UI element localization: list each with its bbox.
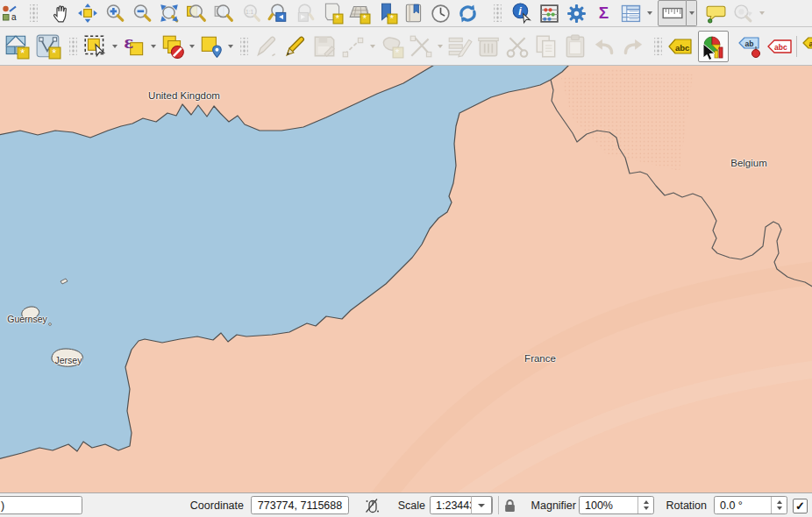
status-bar: ) Coordinate 773774, 7115688 Scale 1:234… (0, 492, 812, 517)
symbology-icon: a (2, 5, 18, 22)
map-canvas[interactable]: United Kingdom Belgium France Guernsey J… (0, 66, 812, 492)
new-map-view-button[interactable]: * (318, 1, 345, 25)
digitize-dropdown[interactable] (367, 35, 377, 58)
zoom-in-button[interactable] (101, 1, 128, 25)
new-spatial-bookmark-button[interactable]: * (373, 1, 400, 25)
cut-features-button[interactable] (502, 31, 531, 62)
svg-text:*: * (20, 46, 25, 59)
select-by-expression-button[interactable]: ε (119, 31, 148, 62)
map-tips-button[interactable] (702, 1, 730, 25)
rotation-spin-buttons[interactable] (771, 497, 787, 513)
highlight-pinned-labels-button[interactable]: abc (765, 31, 794, 62)
pan-hand-icon (50, 3, 71, 24)
select-expression-dropdown[interactable] (148, 35, 158, 58)
redo-icon (620, 33, 646, 60)
refresh-map-button[interactable] (454, 1, 481, 25)
save-edits-icon (311, 33, 338, 60)
paste-features-button[interactable] (560, 31, 589, 62)
map-render (0, 66, 812, 492)
measure-dropdown[interactable] (687, 0, 697, 26)
locator-search-input[interactable]: ) (0, 496, 82, 514)
magnifier-spinbox[interactable]: 100% (579, 496, 654, 514)
move-feature-button[interactable]: * (377, 31, 406, 62)
select-by-location-button[interactable] (196, 31, 225, 62)
lock-scale-button[interactable] (503, 493, 516, 517)
modify-attributes-button[interactable] (445, 31, 474, 62)
rotation-value: 0.0 ° (720, 499, 743, 512)
open-attribute-table-button[interactable] (617, 1, 645, 25)
magnifier-label: Magnifier (522, 493, 576, 517)
statistical-summary-button[interactable] (536, 1, 563, 25)
search-settings-dropdown[interactable] (757, 2, 766, 25)
search-gear-icon (732, 3, 754, 25)
coordinate-input[interactable]: 773774, 7115688 (251, 496, 349, 514)
map-label-united-kingdom: United Kingdom (148, 90, 220, 101)
current-edits-icon (253, 33, 280, 60)
scale-label: Scale (388, 493, 425, 517)
zoom-to-layer-button[interactable] (210, 1, 237, 25)
pin-labels-button[interactable]: ab (736, 31, 765, 62)
labeling-abc-icon: abc (667, 34, 694, 59)
deselect-features-button[interactable] (158, 31, 187, 62)
digitize-line-button[interactable] (338, 31, 367, 62)
vertex-tool-dropdown[interactable] (435, 35, 445, 58)
undo-icon (591, 33, 617, 60)
zoom-out-button[interactable] (128, 1, 155, 25)
new-mesh-layer-button[interactable]: * (2, 31, 31, 62)
toolbar-handle[interactable] (240, 38, 248, 55)
undo-button[interactable] (589, 31, 618, 62)
toggle-extents-button[interactable] (364, 493, 381, 517)
magnifier-spin-buttons[interactable] (637, 497, 653, 513)
redo-button[interactable] (618, 31, 647, 62)
sigma-icon: Σ (599, 4, 609, 23)
zoom-to-layer-icon (213, 3, 234, 24)
modify-attributes-icon (446, 33, 473, 60)
layer-labeling-options-button[interactable]: abc (666, 31, 694, 62)
toolbar-handle[interactable] (494, 4, 502, 22)
pan-to-selection-button[interactable] (74, 1, 101, 25)
processing-toolbox-button[interactable] (563, 1, 590, 25)
zoom-native-button[interactable]: 1:1 (237, 1, 264, 25)
deselect-dropdown[interactable] (187, 35, 196, 58)
zoom-to-selection-button[interactable] (182, 1, 210, 25)
svg-text:1:1: 1:1 (246, 9, 253, 15)
svg-text:ε: ε (124, 33, 133, 52)
toolbar-handle[interactable] (654, 38, 662, 55)
symbology-fragment-icon[interactable]: a (0, 1, 19, 25)
toggle-editing-pencil-icon (282, 33, 309, 60)
show-bookmarks-button[interactable] (400, 1, 427, 25)
attribute-table-dropdown[interactable] (645, 2, 654, 25)
mouse-position-icon (364, 498, 381, 514)
select-features-button[interactable] (81, 31, 110, 62)
delete-selected-button[interactable] (474, 31, 502, 62)
svg-text:a: a (11, 12, 17, 22)
select-location-dropdown[interactable] (225, 35, 235, 58)
save-edits-button[interactable] (310, 31, 338, 62)
vertex-tool-button[interactable] (406, 31, 435, 62)
select-features-dropdown[interactable] (110, 35, 119, 58)
zoom-full-button[interactable] (155, 1, 182, 25)
identify-features-button[interactable]: i (509, 1, 536, 25)
copy-features-button[interactable] (531, 31, 560, 62)
scale-dropdown[interactable] (471, 496, 492, 514)
move-label-button[interactable]: ab (800, 31, 812, 62)
mouse-cursor (702, 44, 717, 61)
toggle-editing-button[interactable] (281, 31, 310, 62)
new-3d-map-view-button[interactable]: * (345, 1, 373, 25)
zoom-last-button[interactable] (264, 1, 291, 25)
trash-icon (475, 33, 502, 60)
pan-map-button[interactable] (46, 1, 74, 25)
toolbar-editing-labeling: * * ε (0, 27, 812, 66)
toolbar-handle[interactable] (69, 38, 77, 55)
new-3d-map-view-icon: * (348, 2, 371, 25)
temporal-controller-button[interactable] (427, 1, 454, 25)
current-edits-button[interactable] (252, 31, 281, 62)
zoom-next-button[interactable] (291, 1, 318, 25)
sum-features-button[interactable]: Σ (590, 1, 617, 25)
render-checkbox[interactable]: ✓ (793, 498, 808, 513)
measure-line-button[interactable] (658, 0, 687, 26)
new-virtual-layer-button[interactable]: * (33, 31, 62, 62)
search-settings-button[interactable] (730, 1, 757, 25)
toolbar-handle[interactable] (30, 4, 38, 22)
rotation-spinbox[interactable]: 0.0 ° (714, 496, 787, 514)
